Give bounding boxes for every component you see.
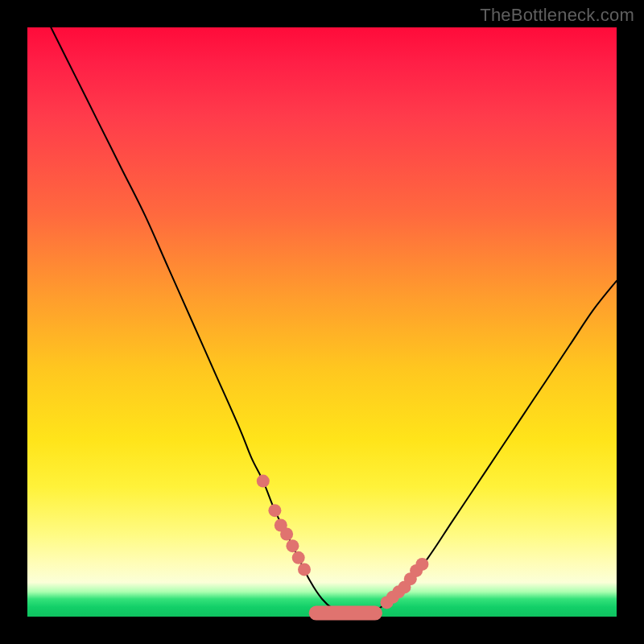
curve-svg	[27, 27, 617, 617]
watermark-label: TheBottleneck.com	[480, 5, 634, 26]
marker-dot	[257, 475, 270, 488]
marker-capsule	[309, 606, 382, 621]
plot-area	[27, 27, 617, 617]
marker-dot	[280, 528, 293, 541]
chart-frame: TheBottleneck.com	[0, 0, 644, 644]
marker-dot	[292, 551, 305, 564]
marker-cluster-left	[257, 475, 311, 576]
marker-dot	[268, 504, 281, 517]
marker-dot	[298, 563, 311, 576]
marker-dot	[286, 539, 299, 552]
marker-dot	[415, 558, 428, 571]
marker-cluster-right	[381, 558, 429, 609]
bottleneck-curve	[51, 27, 617, 616]
marker-valley-capsule	[309, 606, 382, 621]
